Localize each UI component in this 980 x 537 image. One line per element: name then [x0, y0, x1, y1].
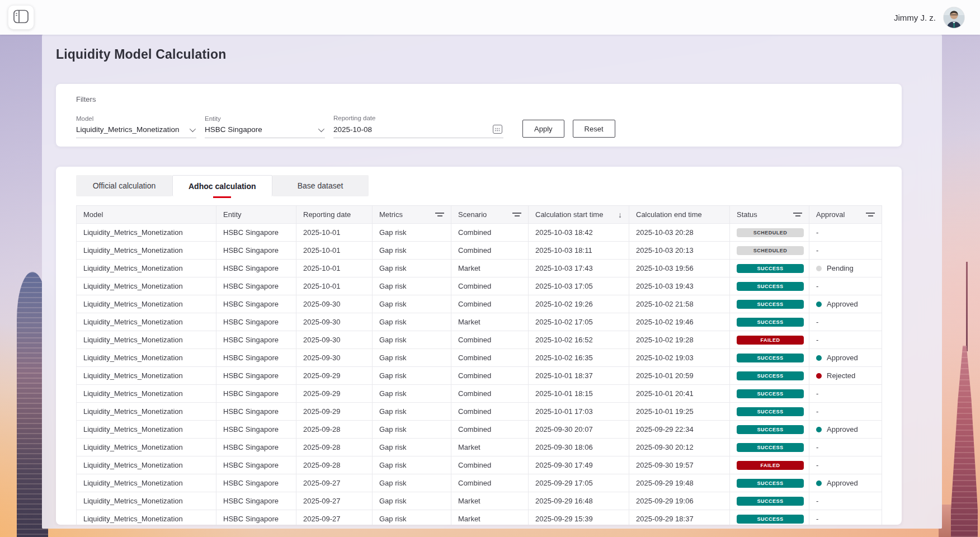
- cell-approval: -: [809, 456, 882, 474]
- cell-reporting-date: 2025-10-01: [296, 277, 373, 295]
- filter-icon[interactable]: [512, 211, 521, 218]
- model-select-value: Liquidity_Metrics_Monetization: [76, 125, 180, 134]
- calculation-panel: Official calculation Adhoc calculation B…: [56, 167, 902, 525]
- calendar-icon[interactable]: [493, 125, 502, 134]
- apply-button[interactable]: Apply: [522, 120, 564, 138]
- reporting-date-field[interactable]: Reporting date 2025-10-08: [333, 115, 503, 138]
- cell-end-time: 2025-10-01 19:25: [629, 403, 730, 421]
- sidebar-toggle-button[interactable]: [8, 5, 34, 30]
- status-badge: SUCCESS: [737, 282, 804, 291]
- tab-label: Base dataset: [298, 181, 343, 190]
- cell-model: Liquidity_Metrics_Monetization: [77, 492, 216, 510]
- cell-scenario: Market: [451, 510, 529, 525]
- table-row[interactable]: Liquidity_Metrics_Monetization HSBC Sing…: [77, 224, 882, 242]
- column-label: Reporting date: [303, 210, 351, 219]
- reset-button[interactable]: Reset: [573, 120, 615, 138]
- status-badge: FAILED: [737, 336, 804, 345]
- cell-model: Liquidity_Metrics_Monetization: [77, 385, 216, 403]
- cell-approval: -: [809, 385, 882, 403]
- cell-end-time: 2025-10-03 20:13: [629, 242, 730, 260]
- table-row[interactable]: Liquidity_Metrics_Monetization HSBC Sing…: [77, 510, 882, 525]
- cell-entity: HSBC Singapore: [216, 224, 296, 242]
- cell-metrics: Gap risk: [373, 313, 451, 331]
- chevron-down-icon: [190, 125, 196, 131]
- reporting-date-value: 2025-10-08: [333, 125, 372, 134]
- cell-approval: -: [809, 313, 882, 331]
- tab-base-dataset[interactable]: Base dataset: [272, 175, 369, 196]
- table-row[interactable]: Liquidity_Metrics_Monetization HSBC Sing…: [77, 331, 882, 349]
- column-label: Calculation end time: [636, 210, 702, 219]
- table-row[interactable]: Liquidity_Metrics_Monetization HSBC Sing…: [77, 367, 882, 385]
- cell-scenario: Combined: [451, 224, 529, 242]
- sort-down-icon[interactable]: ↓: [618, 211, 622, 219]
- tab-adhoc-calculation[interactable]: Adhoc calculation: [172, 175, 272, 196]
- column-header: Reporting date: [296, 206, 373, 224]
- table-row[interactable]: Liquidity_Metrics_Monetization HSBC Sing…: [77, 260, 882, 277]
- column-label: Model: [83, 210, 103, 219]
- cell-metrics: Gap risk: [373, 510, 451, 525]
- tab-label: Official calculation: [93, 181, 156, 190]
- cell-end-time: 2025-10-01 20:59: [629, 367, 730, 385]
- status-badge: SUCCESS: [737, 389, 804, 398]
- cell-entity: HSBC Singapore: [216, 439, 296, 456]
- table-row[interactable]: Liquidity_Metrics_Monetization HSBC Sing…: [77, 492, 882, 510]
- cell-entity: HSBC Singapore: [216, 492, 296, 510]
- cell-end-time: 2025-09-30 20:12: [629, 439, 730, 456]
- column-header: Model: [77, 206, 216, 224]
- cell-approval: -: [809, 439, 882, 456]
- cell-reporting-date: 2025-09-29: [296, 403, 373, 421]
- approval-dot: [816, 266, 822, 271]
- tab-official-calculation[interactable]: Official calculation: [76, 175, 172, 196]
- column-header: Entity: [216, 206, 296, 224]
- cell-model: Liquidity_Metrics_Monetization: [77, 242, 216, 260]
- cell-status: SUCCESS: [730, 403, 809, 421]
- filter-icon[interactable]: [435, 211, 444, 218]
- cell-metrics: Gap risk: [373, 421, 451, 439]
- table-row[interactable]: Liquidity_Metrics_Monetization HSBC Sing…: [77, 277, 882, 295]
- tabs: Official calculation Adhoc calculation B…: [76, 175, 882, 196]
- column-header: Metrics: [373, 206, 451, 224]
- table-row[interactable]: Liquidity_Metrics_Monetization HSBC Sing…: [77, 385, 882, 403]
- model-select[interactable]: Model Liquidity_Metrics_Monetization: [76, 115, 196, 138]
- background-canton-tower: [951, 346, 978, 537]
- cell-reporting-date: 2025-09-30: [296, 349, 373, 367]
- cell-metrics: Gap risk: [373, 403, 451, 421]
- table-row[interactable]: Liquidity_Metrics_Monetization HSBC Sing…: [77, 403, 882, 421]
- cell-status: SUCCESS: [730, 421, 809, 439]
- cell-metrics: Gap risk: [373, 224, 451, 242]
- status-badge: SUCCESS: [737, 425, 804, 434]
- user-avatar[interactable]: [944, 7, 964, 28]
- table-row[interactable]: Liquidity_Metrics_Monetization HSBC Sing…: [77, 421, 882, 439]
- cell-model: Liquidity_Metrics_Monetization: [77, 474, 216, 492]
- table-row[interactable]: Liquidity_Metrics_Monetization HSBC Sing…: [77, 242, 882, 260]
- cell-reporting-date: 2025-09-27: [296, 510, 373, 525]
- table-row[interactable]: Liquidity_Metrics_Monetization HSBC Sing…: [77, 295, 882, 313]
- cell-metrics: Gap risk: [373, 385, 451, 403]
- cell-start-time: 2025-09-29 17:05: [529, 474, 629, 492]
- status-badge: FAILED: [737, 461, 804, 470]
- entity-select[interactable]: Entity HSBC Singapore: [205, 115, 325, 138]
- cell-end-time: 2025-10-02 19:46: [629, 313, 730, 331]
- cell-status: SUCCESS: [730, 295, 809, 313]
- cell-approval: -: [809, 510, 882, 525]
- table-row[interactable]: Liquidity_Metrics_Monetization HSBC Sing…: [77, 313, 882, 331]
- table-row[interactable]: Liquidity_Metrics_Monetization HSBC Sing…: [77, 349, 882, 367]
- cell-approval: -: [809, 242, 882, 260]
- table-row[interactable]: Liquidity_Metrics_Monetization HSBC Sing…: [77, 439, 882, 456]
- filter-icon[interactable]: [793, 211, 802, 218]
- background-tower-antenna: [966, 262, 968, 351]
- cell-approval: Approved: [809, 474, 882, 492]
- cell-status: SUCCESS: [730, 277, 809, 295]
- cell-metrics: Gap risk: [373, 260, 451, 277]
- cell-status: SUCCESS: [730, 349, 809, 367]
- cell-start-time: 2025-09-30 20:07: [529, 421, 629, 439]
- table-row[interactable]: Liquidity_Metrics_Monetization HSBC Sing…: [77, 474, 882, 492]
- tab-label: Adhoc calculation: [189, 182, 256, 191]
- filter-icon[interactable]: [866, 211, 875, 218]
- cell-model: Liquidity_Metrics_Monetization: [77, 439, 216, 456]
- cell-status: SUCCESS: [730, 367, 809, 385]
- cell-approval: Approved: [809, 349, 882, 367]
- cell-start-time: 2025-10-01 17:03: [529, 403, 629, 421]
- table-row[interactable]: Liquidity_Metrics_Monetization HSBC Sing…: [77, 456, 882, 474]
- cell-status: FAILED: [730, 456, 809, 474]
